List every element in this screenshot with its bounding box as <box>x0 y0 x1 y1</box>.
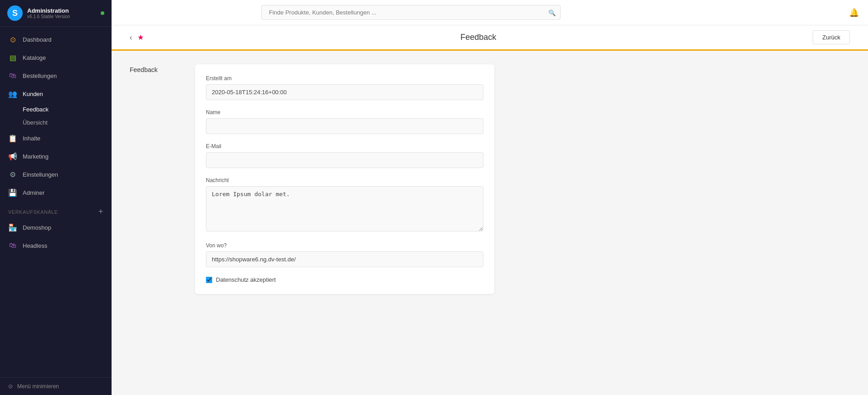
sidebar-sub-feedback[interactable]: Feedback <box>0 103 112 116</box>
sidebar-item-headless[interactable]: 🛍 Headless <box>0 236 112 255</box>
app-logo: S <box>7 5 23 21</box>
form-section-label: Feedback <box>130 64 184 294</box>
datenschutz-group: Datenschutz akzeptiert <box>206 276 483 283</box>
marketing-icon: 📢 <box>8 152 17 161</box>
app-name: Administration <box>27 7 70 14</box>
minimize-menu[interactable]: ⊙ Menü minimieren <box>0 377 112 395</box>
sidebar-sub-uebersicht[interactable]: Übersicht <box>0 116 112 129</box>
back-button[interactable]: Zurück <box>813 30 850 44</box>
nachricht-label: Nachricht <box>206 177 483 183</box>
page-title: Feedback <box>149 33 807 42</box>
von-wo-group: Von wo? <box>206 242 483 267</box>
minimize-icon: ⊙ <box>8 383 13 390</box>
erstellt-am-group: Erstellt am <box>206 75 483 100</box>
minimize-label: Menü minimieren <box>17 383 59 390</box>
notification-bell-icon[interactable]: 🔔 <box>849 8 859 18</box>
sidebar-item-label: Headless <box>23 242 47 249</box>
von-wo-label: Von wo? <box>206 242 483 249</box>
email-label: E-Mail <box>206 143 483 149</box>
erstellt-am-label: Erstellt am <box>206 75 483 82</box>
sales-channel-label: Verkaufskanäle <box>8 209 58 215</box>
app-info: Administration v6.1.6 Stable Version <box>27 7 70 19</box>
name-input[interactable] <box>206 118 483 134</box>
von-wo-input[interactable] <box>206 251 483 267</box>
sidebar-item-einstellungen[interactable]: ⚙ Einstellungen <box>0 165 112 183</box>
bookmark-icon[interactable]: ★ <box>137 33 144 42</box>
sidebar-item-label: Kunden <box>23 91 43 97</box>
sidebar-item-label: Inhalte <box>23 135 40 142</box>
sidebar-item-kunden[interactable]: 👥 Kunden <box>0 85 112 103</box>
datenschutz-checkbox-group: Datenschutz akzeptiert <box>206 276 483 283</box>
sidebar-item-inhalte[interactable]: 📋 Inhalte <box>0 129 112 147</box>
kunden-icon: 👥 <box>8 89 17 98</box>
feedback-form-card: Erstellt am Name E-Mail Nachricht Lorem … <box>195 64 494 294</box>
topbar: 🔍 🔔 <box>112 0 868 25</box>
search-box: 🔍 <box>261 5 561 20</box>
inhalte-icon: 📋 <box>8 134 17 143</box>
demoshop-icon: 🏪 <box>8 223 17 232</box>
back-arrow-icon[interactable]: ‹ <box>130 34 132 42</box>
page-header: ‹ ★ Feedback Zurück <box>112 25 868 51</box>
sidebar-item-demoshop[interactable]: 🏪 Demoshop <box>0 218 112 236</box>
einstellungen-icon: ⚙ <box>8 170 17 179</box>
search-input[interactable] <box>261 5 561 20</box>
sales-channel-section: Verkaufskanäle + <box>0 202 112 218</box>
nachricht-group: Nachricht Lorem Ipsum dolar met. <box>206 177 483 233</box>
add-sales-channel-button[interactable]: + <box>98 207 103 217</box>
sidebar-item-label: Adminer <box>23 189 44 196</box>
form-wrapper: Feedback Erstellt am Name E-Mail <box>112 51 868 308</box>
sidebar: S Administration v6.1.6 Stable Version ⊙… <box>0 0 112 395</box>
sidebar-item-adminer[interactable]: 💾 Adminer <box>0 183 112 202</box>
main-area: 🔍 🔔 ‹ ★ Feedback Zurück Feedback Erstell… <box>112 0 868 395</box>
app-version: v6.1.6 Stable Version <box>27 14 70 19</box>
sidebar-item-kataloge[interactable]: ▤ Kataloge <box>0 48 112 67</box>
sidebar-item-label: Dashboard <box>23 36 52 43</box>
nachricht-input[interactable]: Lorem Ipsum dolar met. <box>206 186 483 231</box>
name-label: Name <box>206 109 483 116</box>
datenschutz-label: Datenschutz akzeptiert <box>216 276 276 283</box>
headless-icon: 🛍 <box>8 241 17 250</box>
sidebar-item-label: Einstellungen <box>23 171 58 178</box>
sidebar-item-marketing[interactable]: 📢 Marketing <box>0 147 112 165</box>
search-button[interactable]: 🔍 <box>548 9 556 16</box>
sidebar-item-label: Bestellungen <box>23 72 57 79</box>
sidebar-item-dashboard[interactable]: ⊙ Dashboard <box>0 30 112 48</box>
sidebar-item-bestellungen[interactable]: 🛍 Bestellungen <box>0 67 112 85</box>
content-area: ‹ ★ Feedback Zurück Feedback Erstellt am… <box>112 25 868 395</box>
online-indicator <box>101 11 104 15</box>
erstellt-am-input[interactable] <box>206 84 483 100</box>
sidebar-nav: ⊙ Dashboard ▤ Kataloge 🛍 Bestellungen 👥 … <box>0 27 112 377</box>
email-group: E-Mail <box>206 143 483 168</box>
name-group: Name <box>206 109 483 134</box>
sidebar-item-label: Demoshop <box>23 224 51 231</box>
sidebar-item-label: Marketing <box>23 153 49 160</box>
datenschutz-checkbox[interactable] <box>206 277 212 283</box>
dashboard-icon: ⊙ <box>8 35 17 44</box>
adminer-icon: 💾 <box>8 188 17 197</box>
bestellungen-icon: 🛍 <box>8 71 17 80</box>
sidebar-header: S Administration v6.1.6 Stable Version <box>0 0 112 27</box>
email-input[interactable] <box>206 152 483 168</box>
sidebar-item-label: Kataloge <box>23 54 46 61</box>
kataloge-icon: ▤ <box>8 53 17 62</box>
